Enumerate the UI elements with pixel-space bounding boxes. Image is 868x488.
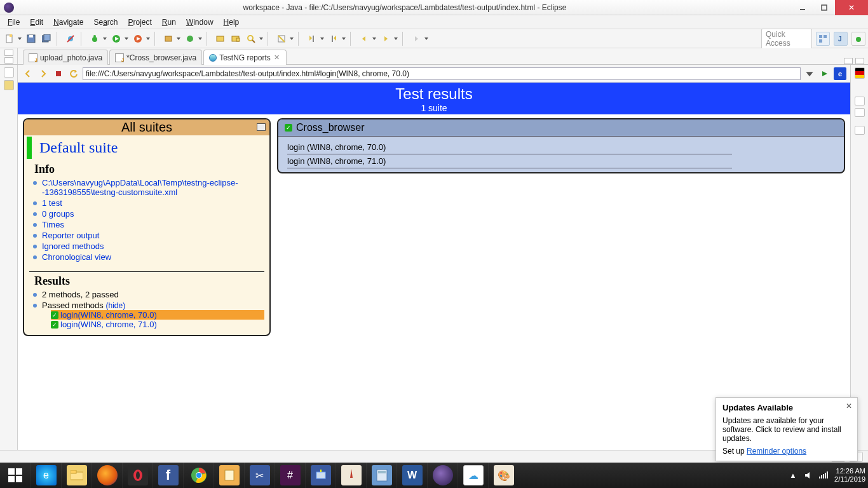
coverage-dropdown[interactable] (146, 37, 151, 41)
menu-edit[interactable]: Edit (25, 17, 48, 28)
menu-navigate[interactable]: Navigate (48, 17, 88, 28)
save-all-button[interactable] (39, 32, 53, 46)
open-perspective-button[interactable] (816, 32, 830, 46)
tab-cross-browser[interactable]: *Cross_browser.java (109, 50, 202, 65)
new-button[interactable] (3, 32, 17, 46)
taskbar-chrome[interactable] (183, 463, 214, 488)
window-maximize-button[interactable] (813, 0, 835, 15)
menu-search[interactable]: Search (88, 17, 123, 28)
taskbar-paint[interactable]: 🎨 (488, 463, 519, 488)
passed-method-2[interactable]: ✓ login(WIN8, chrome, 71.0) (51, 320, 264, 329)
popup-close-button[interactable]: ✕ (846, 402, 852, 410)
taskbar-putty[interactable] (305, 463, 336, 488)
quick-access-input[interactable]: Quick Access (761, 29, 812, 49)
info-link-chrono[interactable]: Chronological view (42, 252, 111, 262)
taskbar-notes[interactable] (214, 463, 244, 488)
browser-back-button[interactable] (22, 67, 34, 80)
taskbar-firefox[interactable] (92, 463, 122, 488)
taskbar-slack[interactable]: # (275, 463, 305, 488)
skip-breakpoints-button[interactable] (64, 32, 78, 46)
browser-go-button[interactable] (818, 67, 831, 80)
info-link-groups[interactable]: 0 groups (42, 209, 74, 219)
menu-run[interactable]: Run (157, 17, 181, 28)
info-link-ignored[interactable]: Ignored methods (42, 241, 104, 251)
maximize-editor-button[interactable] (855, 58, 864, 64)
minimized-view-1[interactable] (4, 50, 13, 56)
new-class-button[interactable] (183, 32, 197, 46)
prev-annotation-dropdown[interactable] (342, 37, 347, 41)
new-package-dropdown[interactable] (177, 37, 182, 41)
tray-up-icon[interactable]: ▲ (789, 471, 797, 480)
menu-project[interactable]: Project (123, 17, 156, 28)
tray-clock[interactable]: 12:26 AM 2/11/2019 (834, 467, 865, 484)
taskbar-calculator[interactable] (366, 463, 397, 488)
debug-perspective-button[interactable] (851, 32, 865, 46)
open-task-button[interactable] (229, 32, 243, 46)
taskbar-word[interactable]: W (397, 463, 427, 488)
info-link-1test[interactable]: 1 test (42, 198, 62, 208)
debug-button[interactable] (88, 32, 102, 46)
trim-button-2[interactable] (4, 80, 14, 90)
reminder-options-link[interactable]: Reminder options (747, 447, 806, 456)
start-button[interactable] (0, 463, 31, 488)
de-flag-button[interactable] (855, 67, 865, 79)
new-dropdown[interactable] (18, 37, 23, 41)
window-close-button[interactable]: ✕ (835, 0, 868, 15)
close-icon[interactable]: ✕ (273, 54, 281, 62)
test-row-1[interactable]: login (WIN8, chrome, 70.0) (287, 140, 732, 154)
tab-testng-reports[interactable]: TestNG reports ✕ (203, 50, 287, 65)
menu-help[interactable]: Help (219, 17, 245, 28)
back-history-button[interactable] (357, 32, 371, 46)
search-dropdown[interactable] (259, 37, 264, 41)
taskbar-opera[interactable] (122, 463, 153, 488)
new-package-button[interactable] (161, 32, 175, 46)
back-history-dropdown[interactable] (372, 37, 377, 41)
taskbar-eclipse[interactable] (427, 463, 458, 488)
info-link-times[interactable]: Times (42, 220, 64, 229)
external-browser-button[interactable]: e (834, 67, 846, 80)
menu-window[interactable]: Window (181, 17, 219, 28)
forward-history-dropdown[interactable] (394, 37, 399, 41)
run-button[interactable] (109, 32, 123, 46)
browser-forward-button[interactable] (37, 67, 50, 80)
taskbar-cloud[interactable]: ☁ (458, 463, 488, 488)
hide-link[interactable]: (hide) (105, 301, 125, 310)
new-class-dropdown[interactable] (198, 37, 203, 41)
taskbar-snip[interactable]: ✂ (244, 463, 275, 488)
menu-file[interactable]: File (3, 17, 25, 28)
debug-dropdown[interactable] (103, 37, 108, 41)
toggle-mark-dropdown[interactable] (290, 37, 295, 41)
volume-icon[interactable] (804, 471, 813, 480)
network-icon[interactable] (819, 471, 828, 480)
minimized-view-r1[interactable] (855, 97, 865, 105)
info-link-xml[interactable]: C:\Users\navyug\AppData\Local\Temp\testn… (42, 178, 238, 197)
passed-method-1[interactable]: ✓ login(WIN8, chrome, 70.0) (51, 310, 264, 320)
taskbar-explorer[interactable] (61, 463, 92, 488)
toggle-mark-button[interactable] (275, 32, 288, 46)
coverage-button[interactable] (131, 32, 145, 46)
browser-refresh-button[interactable] (67, 67, 80, 80)
minimize-editor-button[interactable] (844, 58, 853, 64)
taskbar-ie[interactable]: e (31, 463, 61, 488)
taskbar-editor[interactable] (336, 463, 366, 488)
minimized-view-r2[interactable] (855, 108, 865, 117)
pin-button[interactable] (409, 32, 423, 46)
save-button[interactable] (24, 32, 38, 46)
suite-name-link[interactable]: Default suite (27, 137, 269, 159)
tab-upload-photo[interactable]: upload_photo.java (23, 50, 108, 65)
test-row-2[interactable]: login (WIN8, chrome, 71.0) (287, 154, 732, 168)
collapse-icon[interactable] (257, 123, 266, 131)
trim-button-1[interactable] (4, 67, 14, 78)
browser-url-input[interactable] (83, 67, 801, 80)
next-annotation-dropdown[interactable] (320, 37, 325, 41)
open-type-button[interactable] (214, 32, 227, 46)
java-perspective-button[interactable]: J (834, 32, 848, 46)
url-dropdown[interactable] (803, 67, 816, 80)
window-minimize-button[interactable] (792, 0, 813, 15)
taskbar-facebook[interactable]: f (153, 463, 183, 488)
minimized-view-r3[interactable] (855, 126, 865, 135)
browser-stop-button[interactable] (52, 67, 65, 80)
minimized-view-2[interactable] (4, 57, 13, 64)
pin-dropdown[interactable] (424, 37, 430, 41)
forward-history-button[interactable] (379, 32, 393, 46)
